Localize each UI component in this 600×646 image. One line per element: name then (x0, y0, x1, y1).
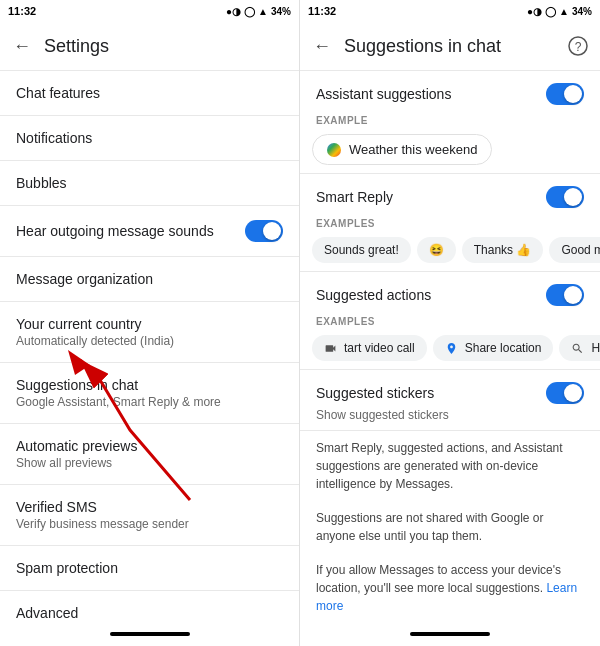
item-title: Suggestions in chat (16, 377, 283, 393)
chip-video: tart video call (312, 335, 427, 361)
item-subtitle: Show all previews (16, 456, 283, 470)
home-indicator-left (110, 632, 190, 636)
info-block-3: If you allow Messages to access your dev… (300, 553, 600, 623)
bottom-bar-left (0, 626, 299, 646)
item-subtitle: Verify business message sender (16, 517, 283, 531)
item-title: Verified SMS (16, 499, 283, 515)
page-title-left: Settings (44, 36, 291, 57)
item-title: Bubbles (16, 175, 283, 191)
status-icons-left: ●◑ ◯ ▲ 34% (226, 6, 291, 17)
stickers-description: Show suggested stickers (300, 408, 600, 430)
status-bar-left: 11:32 ●◑ ◯ ▲ 34% (0, 0, 299, 22)
smart-reply-label: EXAMPLES (300, 212, 600, 233)
status-bar-right: 11:32 ●◑ ◯ ▲ 34% (300, 0, 600, 22)
sidebar-item-advanced[interactable]: Advanced (0, 591, 299, 626)
chip-thanks: Thanks 👍 (462, 237, 544, 263)
item-title: Hear outgoing message sounds (16, 223, 214, 239)
suggested-actions-examples: tart video call Share location Haha GIFs (300, 331, 600, 369)
item-title: Notifications (16, 130, 283, 146)
sounds-toggle[interactable] (245, 220, 283, 242)
item-title: Your current country (16, 316, 283, 332)
suggested-stickers-title: Suggested stickers (316, 385, 434, 401)
smart-reply-title: Smart Reply (316, 189, 393, 205)
assistant-title: Assistant suggestions (316, 86, 451, 102)
chip-sounds: Sounds great! (312, 237, 411, 263)
assistant-suggestions-row[interactable]: Assistant suggestions (300, 71, 600, 109)
sidebar-item-message-org[interactable]: Message organization (0, 257, 299, 301)
info-block-2: Suggestions are not shared with Google o… (300, 501, 600, 553)
time-right: 11:32 (308, 5, 336, 17)
page-title-right: Suggestions in chat (344, 36, 556, 57)
sidebar-item-chat-features[interactable]: Chat features (0, 71, 299, 115)
assistant-label: EXAMPLE (300, 109, 600, 130)
learn-more-link[interactable]: Learn more (316, 581, 577, 613)
item-subtitle: Automatically detected (India) (16, 334, 283, 348)
item-title: Spam protection (16, 560, 283, 576)
sidebar-item-country[interactable]: Your current country Automatically detec… (0, 302, 299, 362)
toolbar-left: ← Settings (0, 22, 299, 70)
right-settings-list: Assistant suggestions EXAMPLE Weather th… (300, 71, 600, 626)
status-icons-right: ●◑ ◯ ▲ 34% (527, 6, 592, 17)
help-icon[interactable]: ? (564, 32, 592, 60)
smart-reply-examples: Sounds great! 😆 Thanks 👍 Good morn (300, 233, 600, 271)
home-indicator-right (410, 632, 490, 636)
back-button-left[interactable]: ← (8, 32, 36, 60)
sidebar-item-hear-sounds[interactable]: Hear outgoing message sounds (0, 206, 299, 256)
suggested-stickers-toggle[interactable] (546, 382, 584, 404)
settings-list: Chat features Notifications Bubbles Hear… (0, 71, 299, 626)
suggested-stickers-row[interactable]: Suggested stickers (300, 370, 600, 408)
sidebar-item-auto-preview[interactable]: Automatic previews Show all previews (0, 424, 299, 484)
assistant-chip: Weather this weekend (312, 134, 492, 165)
suggested-actions-toggle[interactable] (546, 284, 584, 306)
sidebar-item-notifications[interactable]: Notifications (0, 116, 299, 160)
back-button-right[interactable]: ← (308, 32, 336, 60)
sidebar-item-verified-sms[interactable]: Verified SMS Verify business message sen… (0, 485, 299, 545)
sidebar-item-suggestions[interactable]: Suggestions in chat Google Assistant, Sm… (0, 363, 299, 423)
item-title: Advanced (16, 605, 283, 621)
sidebar-item-spam[interactable]: Spam protection (0, 546, 299, 590)
chip-location: Share location (433, 335, 554, 361)
item-title: Chat features (16, 85, 283, 101)
info-block-1: Smart Reply, suggested actions, and Assi… (300, 431, 600, 501)
time-left: 11:32 (8, 5, 36, 17)
suggested-actions-row[interactable]: Suggested actions (300, 272, 600, 310)
suggested-actions-title: Suggested actions (316, 287, 431, 303)
assistant-examples: Weather this weekend (300, 130, 600, 173)
chip-emoji: 😆 (417, 237, 456, 263)
chip-goodmorn: Good morn (549, 237, 600, 263)
svg-text:?: ? (575, 40, 582, 54)
suggested-actions-label: EXAMPLES (300, 310, 600, 331)
item-title: Automatic previews (16, 438, 283, 454)
assistant-toggle[interactable] (546, 83, 584, 105)
sidebar-item-bubbles[interactable]: Bubbles (0, 161, 299, 205)
assistant-dot (327, 143, 341, 157)
bottom-bar-right (300, 626, 600, 646)
item-title: Message organization (16, 271, 283, 287)
chip-gifs: Haha GIFs (559, 335, 600, 361)
smart-reply-toggle[interactable] (546, 186, 584, 208)
item-subtitle: Google Assistant, Smart Reply & more (16, 395, 283, 409)
smart-reply-row[interactable]: Smart Reply (300, 174, 600, 212)
toolbar-right: ← Suggestions in chat ? (300, 22, 600, 70)
